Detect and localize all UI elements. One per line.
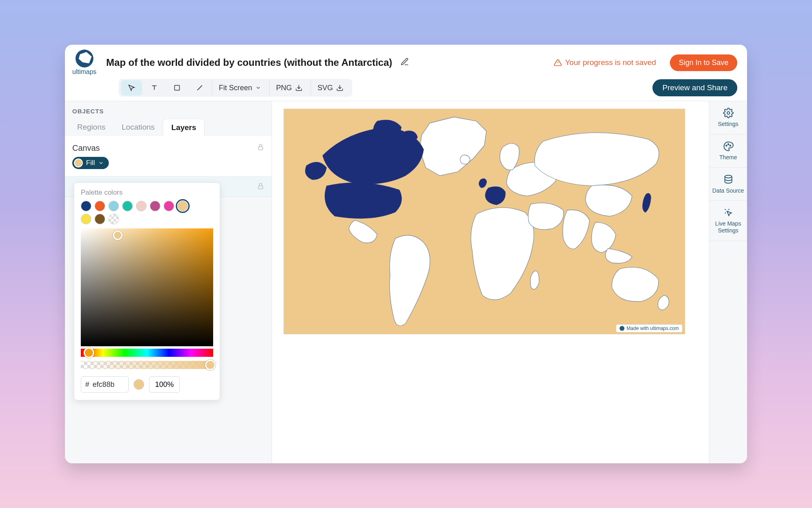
preview-share-button[interactable]: Preview and Share	[652, 79, 737, 96]
zoom-select[interactable]: Fit Screen	[212, 80, 268, 96]
warning-icon	[554, 59, 562, 67]
svg-rect-2	[175, 85, 179, 90]
svg-point-9	[726, 145, 727, 146]
lock-icon[interactable]	[257, 182, 264, 191]
canvas-label: Canvas	[72, 143, 100, 153]
hex-input[interactable]	[93, 380, 124, 389]
objects-header: OBJECTS	[65, 101, 272, 119]
svg-point-12	[725, 175, 732, 178]
color-picker-popover: Palette colors # 1	[74, 182, 220, 400]
rail-data-label: Data Source	[713, 187, 744, 194]
signin-button[interactable]: Sign In to Save	[670, 54, 737, 71]
tab-layers[interactable]: Layers	[163, 119, 205, 136]
line-tool[interactable]	[189, 80, 210, 96]
tab-regions[interactable]: Regions	[69, 119, 114, 136]
cursor-click-icon	[723, 207, 734, 218]
palette-icon	[723, 141, 734, 152]
export-png-label: PNG	[276, 84, 292, 92]
chevron-down-icon	[98, 160, 104, 166]
map-canvas[interactable]: Made with ultimaps.com	[283, 109, 685, 334]
palette-swatch[interactable]	[150, 201, 160, 211]
svg-line-3	[197, 85, 202, 90]
rect-tool[interactable]	[166, 80, 188, 96]
svg-point-11	[730, 145, 731, 146]
cursor-tool[interactable]	[121, 80, 142, 96]
rail-theme-label: Theme	[719, 154, 737, 161]
main-body: OBJECTS Regions Locations Layers Canvas …	[65, 101, 747, 463]
alpha-handle[interactable]	[205, 360, 216, 370]
hex-prefix: #	[85, 380, 89, 389]
hue-slider[interactable]	[81, 349, 213, 357]
right-rail: Settings Theme Data Source Live Maps Set…	[709, 101, 747, 463]
rail-settings[interactable]: Settings	[709, 101, 747, 135]
fill-swatch-icon	[74, 158, 83, 167]
current-color-swatch[interactable]	[134, 379, 144, 390]
warning-text: Your progress is not saved	[565, 58, 656, 67]
alpha-slider[interactable]	[81, 361, 213, 369]
database-icon	[723, 174, 734, 185]
object-tabs: Regions Locations Layers	[65, 119, 272, 136]
palette-row	[81, 201, 213, 211]
download-icon	[295, 84, 302, 91]
palette-swatch[interactable]	[164, 201, 174, 211]
svg-rect-7	[259, 186, 263, 189]
document-title: Map of the world divided by countries (w…	[106, 57, 392, 68]
tool-group: Fit Screen PNG SVG	[119, 79, 352, 97]
palette-swatch[interactable]	[95, 201, 105, 211]
palette-swatch[interactable]	[177, 201, 188, 211]
layers-panel: Canvas Fill	[65, 136, 272, 177]
rail-theme[interactable]: Theme	[709, 135, 747, 168]
unsaved-warning: Your progress is not saved	[554, 58, 656, 67]
text-tool[interactable]	[144, 80, 165, 96]
saturation-value-area[interactable]	[81, 228, 213, 346]
palette-row	[81, 214, 213, 224]
app-window: ultimaps Map of the world divided by cou…	[65, 45, 747, 463]
export-png-button[interactable]: PNG	[269, 80, 309, 96]
svg-rect-6	[259, 147, 263, 150]
hex-row: # 100%	[81, 376, 213, 393]
svg-point-10	[728, 144, 729, 145]
hex-input-group: #	[81, 376, 129, 393]
brand-text: ultimaps	[72, 68, 97, 76]
edit-title-icon[interactable]	[400, 57, 409, 68]
palette-swatch[interactable]	[81, 201, 91, 211]
opacity-display[interactable]: 100%	[149, 376, 180, 393]
svg-point-8	[727, 112, 730, 115]
palette-swatch[interactable]	[108, 201, 119, 211]
palette-swatch[interactable]	[136, 201, 147, 211]
palette-swatch[interactable]	[108, 214, 119, 224]
globe-icon	[620, 326, 624, 331]
map-stage: Made with ultimaps.com	[272, 101, 709, 463]
gear-icon	[723, 108, 734, 118]
rail-settings-label: Settings	[718, 121, 739, 128]
palette-swatch[interactable]	[81, 214, 91, 224]
hue-handle[interactable]	[84, 347, 94, 358]
fill-chip[interactable]: Fill	[72, 157, 109, 169]
toolbar: Fit Screen PNG SVG Preview and Share	[65, 79, 747, 101]
map-attribution[interactable]: Made with ultimaps.com	[616, 324, 682, 332]
header-bar: ultimaps Map of the world divided by cou…	[65, 45, 747, 79]
brand-logo[interactable]: ultimaps	[72, 50, 97, 76]
objects-sidebar: OBJECTS Regions Locations Layers Canvas …	[65, 101, 272, 463]
palette-swatch[interactable]	[122, 201, 133, 211]
picker-title: Palette colors	[81, 189, 213, 197]
chevron-down-icon	[255, 85, 261, 91]
download-icon	[336, 84, 343, 91]
export-svg-label: SVG	[317, 84, 333, 92]
rail-live-maps[interactable]: Live Maps Settings	[709, 201, 747, 241]
zoom-label: Fit Screen	[219, 84, 252, 92]
export-svg-button[interactable]: SVG	[311, 80, 350, 96]
attribution-text: Made with ultimaps.com	[626, 326, 679, 331]
globe-icon	[76, 50, 93, 67]
tab-locations[interactable]: Locations	[114, 119, 163, 136]
fill-label: Fill	[86, 159, 95, 167]
palette-swatch[interactable]	[95, 214, 105, 224]
rail-data-source[interactable]: Data Source	[709, 168, 747, 201]
rail-live-label: Live Maps Settings	[711, 220, 745, 234]
lock-icon[interactable]	[257, 143, 264, 153]
sv-handle[interactable]	[113, 230, 123, 240]
